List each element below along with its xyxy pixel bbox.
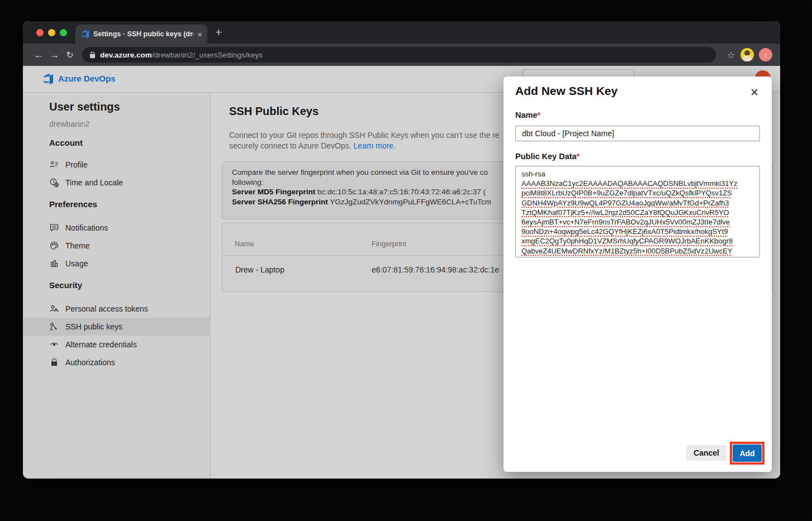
tab-strip: Settings · SSH public keys (dre × + xyxy=(23,21,780,44)
name-input[interactable] xyxy=(515,126,760,141)
bar-chart-icon xyxy=(50,259,59,268)
palette-icon xyxy=(50,241,59,250)
md5-value: bc:dc:10:5c:1a:48:a7:c5:16:70:43:72:46:a… xyxy=(317,188,486,196)
browser-profile-avatar[interactable] xyxy=(740,48,754,61)
public-key-textarea[interactable]: ssh-rsa AAAAB3NzaC1yc2EAAAADAQABAAACAQDS… xyxy=(515,166,760,257)
sidebar-username: drewbanin2 xyxy=(49,120,89,128)
sidebar-item-notifications[interactable]: Notifications xyxy=(23,219,211,237)
lock-icon xyxy=(50,358,59,367)
md5-label: Server MD5 Fingerprint xyxy=(232,188,315,196)
intro-text: Connect to your Git repos through SSH Pu… xyxy=(229,130,500,151)
comment-icon xyxy=(50,223,59,232)
url-host: dev.azure.com xyxy=(100,51,152,59)
person-key-icon xyxy=(50,304,59,313)
sidebar-title: User settings xyxy=(49,101,120,113)
clock-globe-icon xyxy=(50,178,59,187)
lock-icon xyxy=(89,51,96,59)
new-tab-button[interactable]: + xyxy=(215,26,222,39)
sidebar-item-alternate-credentials[interactable]: Alternate credentials xyxy=(23,336,211,353)
column-header-fingerprint: Fingerprint xyxy=(372,240,406,248)
minimize-window-button[interactable] xyxy=(48,29,55,36)
browser-update-icon[interactable]: ↑ xyxy=(759,48,772,61)
required-marker: * xyxy=(577,152,580,161)
tab-title: Settings · SSH public keys (dre xyxy=(93,30,193,38)
back-icon[interactable]: ← xyxy=(31,49,46,61)
key-fingerprint-cell: e6:07:81:59:76:16:94:98:ac:32:dc:1e xyxy=(372,265,499,274)
public-key-field-label: Public Key Data* xyxy=(515,152,580,161)
forward-icon[interactable]: → xyxy=(46,49,62,61)
keys-icon xyxy=(50,322,59,331)
add-ssh-key-dialog: Add New SSH Key ✕ Name* Public Key Data*… xyxy=(504,77,772,472)
bookmark-star-icon[interactable]: ☆ xyxy=(727,50,735,60)
sidebar-item-authorizations[interactable]: Authorizations xyxy=(23,353,211,371)
settings-sidebar: User settings drewbanin2 Account Profile… xyxy=(23,93,211,479)
column-header-name: Name xyxy=(235,240,254,248)
learn-more-link[interactable]: Learn more. xyxy=(354,141,396,150)
zoom-window-button[interactable] xyxy=(60,29,67,36)
sidebar-item-profile[interactable]: Profile xyxy=(23,156,211,174)
person-icon xyxy=(50,160,59,169)
traffic-lights xyxy=(36,29,67,36)
url-path: /drewbanin2/_usersSettings/keys xyxy=(152,51,263,59)
sha256-value: YGzJgZudZVkYdnmgPuLFFgWE6CLA+cTuTcm xyxy=(330,198,491,206)
close-icon[interactable]: ✕ xyxy=(750,86,759,99)
address-bar[interactable]: dev.azure.com/drewbanin2/_usersSettings/… xyxy=(82,47,716,63)
section-account: Account xyxy=(49,138,83,147)
eye-icon xyxy=(50,340,59,349)
name-field-label: Name* xyxy=(515,111,540,120)
section-preferences: Preferences xyxy=(49,199,97,209)
browser-window: Settings · SSH public keys (dre × + ← → … xyxy=(23,21,780,479)
azure-devops-logo xyxy=(42,73,54,85)
cancel-button[interactable]: Cancel xyxy=(686,445,726,461)
required-marker: * xyxy=(538,111,541,120)
dialog-title: Add New SSH Key xyxy=(515,84,618,98)
reload-icon[interactable]: ↻ xyxy=(62,50,78,60)
azure-devops-favicon xyxy=(80,30,89,39)
sidebar-item-ssh-public-keys[interactable]: SSH public keys xyxy=(23,318,211,336)
tab-close-icon[interactable]: × xyxy=(197,30,202,39)
section-security: Security xyxy=(49,280,82,290)
page-title: SSH Public Keys xyxy=(229,105,319,118)
sidebar-item-personal-access-tokens[interactable]: Personal access tokens xyxy=(23,300,211,318)
close-window-button[interactable] xyxy=(36,29,44,36)
sidebar-item-usage[interactable]: Usage xyxy=(23,255,211,273)
browser-toolbar: ← → ↻ dev.azure.com/drewbanin2/_usersSet… xyxy=(23,44,780,66)
sidebar-item-time-and-locale[interactable]: Time and Locale xyxy=(23,174,211,192)
brand-title[interactable]: Azure DevOps xyxy=(58,74,116,83)
sidebar-item-theme[interactable]: Theme xyxy=(23,237,211,255)
add-button[interactable]: Add xyxy=(733,444,762,462)
sha256-label: Server SHA256 Fingerprint xyxy=(232,198,328,206)
browser-tab[interactable]: Settings · SSH public keys (dre × xyxy=(75,25,207,44)
key-name-cell: Drew - Laptop xyxy=(235,265,284,274)
